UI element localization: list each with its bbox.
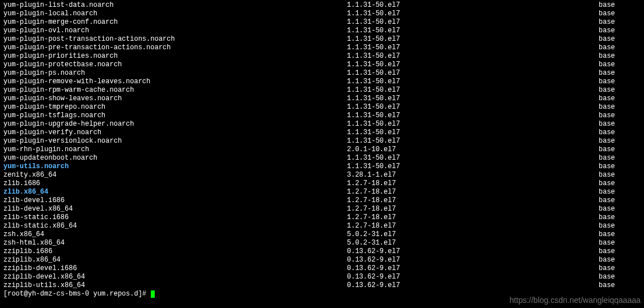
package-version: 1.1.31-50.el7	[347, 1, 599, 10]
package-version: 1.2.7-18.el7	[347, 205, 599, 213]
package-repo: base	[599, 27, 615, 35]
package-name: yum-plugin-ovl.noarch	[3, 27, 347, 35]
package-version: 1.1.31-50.el7	[347, 52, 599, 61]
package-name: yum-plugin-tsflags.noarch	[3, 112, 347, 120]
package-row: zlib-devel.x86_641.2.7-18.el7base	[3, 205, 641, 213]
package-row: yum-rhn-plugin.noarch2.0.1-10.el7base	[3, 146, 641, 154]
package-version: 1.1.31-50.el7	[347, 86, 599, 95]
package-version: 5.0.2-31.el7	[347, 230, 599, 239]
package-name: zsh-html.x86_64	[3, 239, 347, 247]
package-version: 1.1.31-50.el7	[347, 162, 599, 171]
package-repo: base	[599, 52, 615, 61]
package-row: yum-plugin-list-data.noarch1.1.31-50.el7…	[3, 1, 641, 10]
package-row: yum-plugin-merge-conf.noarch1.1.31-50.el…	[3, 18, 641, 27]
package-repo: base	[599, 171, 615, 179]
package-version: 1.1.31-50.el7	[347, 35, 599, 44]
package-version: 1.1.31-50.el7	[347, 137, 599, 146]
package-name: zziplib.i686	[3, 247, 347, 256]
package-row: zziplib.x86_640.13.62-9.el7base	[3, 256, 641, 264]
package-version: 3.28.1-1.el7	[347, 171, 599, 179]
package-row: yum-plugin-remove-with-leaves.noarch1.1.…	[3, 78, 641, 86]
package-repo: base	[599, 120, 615, 129]
package-version: 1.1.31-50.el7	[347, 78, 599, 86]
package-version: 1.1.31-50.el7	[347, 129, 599, 137]
package-name: zlib-devel.x86_64	[3, 205, 347, 213]
package-repo: base	[599, 78, 615, 86]
package-name: zsh.x86_64	[3, 230, 347, 239]
package-row: zziplib-utils.x86_640.13.62-9.el7base	[3, 281, 641, 290]
package-version: 1.1.31-50.el7	[347, 95, 599, 103]
package-version: 5.0.2-31.el7	[347, 239, 599, 247]
package-repo: base	[599, 129, 615, 137]
package-version: 1.1.31-50.el7	[347, 120, 599, 129]
package-name: yum-utils.noarch	[3, 162, 347, 171]
package-version: 1.2.7-18.el7	[347, 196, 599, 205]
package-name: yum-plugin-ps.noarch	[3, 69, 347, 78]
package-row: zlib.x86_641.2.7-18.el7base	[3, 188, 641, 196]
package-repo: base	[599, 230, 615, 239]
package-row: yum-plugin-verify.noarch1.1.31-50.el7bas…	[3, 129, 641, 137]
package-row: zlib-static.x86_641.2.7-18.el7base	[3, 222, 641, 230]
package-repo: base	[599, 1, 615, 10]
package-version: 1.2.7-18.el7	[347, 188, 599, 196]
package-version: 1.2.7-18.el7	[347, 222, 599, 230]
package-row: yum-utils.noarch1.1.31-50.el7base	[3, 162, 641, 171]
package-repo: base	[599, 18, 615, 27]
package-repo: base	[599, 281, 615, 290]
package-name: yum-plugin-list-data.noarch	[3, 1, 347, 10]
package-row: yum-plugin-versionlock.noarch1.1.31-50.e…	[3, 137, 641, 146]
package-version: 2.0.1-10.el7	[347, 146, 599, 154]
package-name: yum-plugin-rpm-warm-cache.noarch	[3, 86, 347, 95]
package-version: 1.1.31-50.el7	[347, 154, 599, 162]
package-row: zenity.x86_643.28.1-1.el7base	[3, 171, 641, 179]
package-repo: base	[599, 86, 615, 95]
package-repo: base	[599, 44, 615, 52]
package-name: yum-rhn-plugin.noarch	[3, 146, 347, 154]
package-repo: base	[599, 205, 615, 213]
package-repo: base	[599, 264, 615, 273]
package-row: zsh-html.x86_645.0.2-31.el7base	[3, 239, 641, 247]
package-name: zenity.x86_64	[3, 171, 347, 179]
package-version: 0.13.62-9.el7	[347, 256, 599, 264]
package-version: 0.13.62-9.el7	[347, 273, 599, 281]
package-name: yum-plugin-pre-transaction-actions.noarc…	[3, 44, 347, 52]
package-name: yum-plugin-tmprepo.noarch	[3, 103, 347, 112]
package-repo: base	[599, 162, 615, 171]
package-row: zziplib-devel.x86_640.13.62-9.el7base	[3, 273, 641, 281]
package-version: 0.13.62-9.el7	[347, 281, 599, 290]
package-name: zlib-static.i686	[3, 213, 347, 222]
package-row: zlib.i6861.2.7-18.el7base	[3, 179, 641, 188]
package-repo: base	[599, 103, 615, 112]
package-repo: base	[599, 188, 615, 196]
prompt-text: [root@yh-dmz-cs-bms-0 yum.repos.d]#	[3, 290, 150, 298]
package-name: yum-plugin-upgrade-helper.noarch	[3, 120, 347, 129]
package-row: yum-plugin-show-leaves.noarch1.1.31-50.e…	[3, 95, 641, 103]
package-repo: base	[599, 61, 615, 69]
package-name: zlib.i686	[3, 179, 347, 188]
package-row: yum-plugin-rpm-warm-cache.noarch1.1.31-5…	[3, 86, 641, 95]
package-row: yum-plugin-tmprepo.noarch1.1.31-50.el7ba…	[3, 103, 641, 112]
package-repo: base	[599, 222, 615, 230]
package-version: 0.13.62-9.el7	[347, 247, 599, 256]
package-repo: base	[599, 154, 615, 162]
package-repo: base	[599, 137, 615, 146]
package-version: 1.1.31-50.el7	[347, 103, 599, 112]
package-version: 1.1.31-50.el7	[347, 112, 599, 120]
package-row: yum-plugin-post-transaction-actions.noar…	[3, 35, 641, 44]
package-repo: base	[599, 213, 615, 222]
package-row: zziplib.i6860.13.62-9.el7base	[3, 247, 641, 256]
package-row: yum-plugin-local.noarch1.1.31-50.el7base	[3, 10, 641, 18]
package-version: 0.13.62-9.el7	[347, 264, 599, 273]
package-name: zziplib-devel.x86_64	[3, 273, 347, 281]
package-row: zsh.x86_645.0.2-31.el7base	[3, 230, 641, 239]
package-name: yum-plugin-post-transaction-actions.noar…	[3, 35, 347, 44]
package-row: yum-plugin-priorities.noarch1.1.31-50.el…	[3, 52, 641, 61]
package-version: 1.1.31-50.el7	[347, 27, 599, 35]
package-name: yum-plugin-versionlock.noarch	[3, 137, 347, 146]
package-version: 1.1.31-50.el7	[347, 18, 599, 27]
package-repo: base	[599, 196, 615, 205]
package-row: yum-plugin-tsflags.noarch1.1.31-50.el7ba…	[3, 112, 641, 120]
package-row: yum-plugin-pre-transaction-actions.noarc…	[3, 44, 641, 52]
package-name: yum-plugin-protectbase.noarch	[3, 61, 347, 69]
package-repo: base	[599, 95, 615, 103]
